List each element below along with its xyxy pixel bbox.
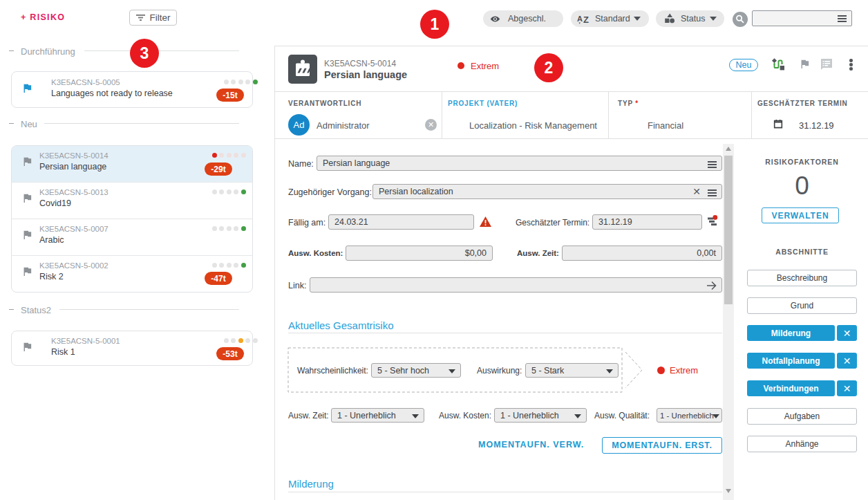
svg-text:Z: Z [583, 15, 589, 25]
svg-text:A: A [577, 15, 583, 23]
